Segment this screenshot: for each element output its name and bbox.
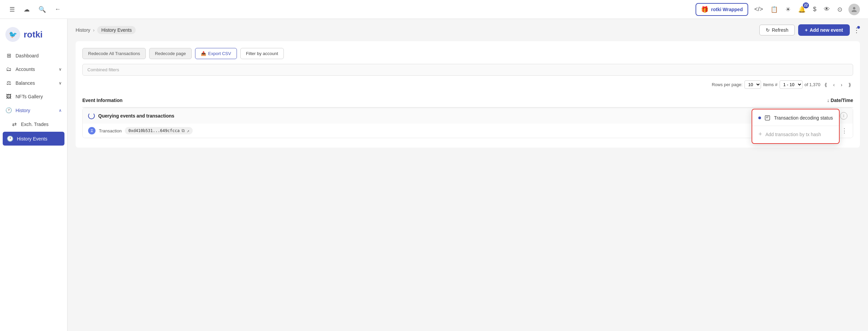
tx-hash-text: 0xd410b531...649cfcca	[128, 128, 180, 133]
breadcrumb: History › History Events	[76, 26, 136, 34]
dropdown-divider	[752, 126, 839, 126]
nfts-icon: 🖼	[5, 94, 12, 100]
event-row-header-left: Querying events and transactions	[88, 112, 174, 119]
sidebar-item-label: Dashboard	[16, 53, 39, 58]
sidebar-item-label: NFTs Gallery	[16, 94, 43, 99]
export-csv-icon: 📥	[201, 51, 206, 56]
breadcrumb-current: History Events	[97, 26, 136, 34]
breadcrumb-separator: ›	[93, 27, 95, 33]
export-csv-button[interactable]: 📥 Export CSV	[195, 48, 237, 59]
accounts-icon: 🗂	[5, 66, 12, 72]
code-icon[interactable]: </>	[753, 4, 764, 14]
rotki-wrapped-button[interactable]: 🎁 rotki Wrapped	[696, 3, 748, 16]
last-page-button[interactable]: ⟫	[846, 81, 853, 88]
redecode-all-button[interactable]: Redecode All Transactions	[82, 48, 146, 59]
refresh-label: Refresh	[772, 27, 788, 33]
sidebar-item-label: History Events	[17, 136, 47, 142]
search-icon[interactable]: 🔍	[37, 4, 47, 15]
dashboard-icon: ⊞	[5, 52, 12, 59]
items-hash-label: Items #	[763, 82, 778, 87]
eye-icon[interactable]: 👁	[822, 4, 831, 14]
export-csv-label: Export CSV	[208, 51, 231, 56]
breadcrumb-history-link[interactable]: History	[76, 27, 90, 33]
top-nav-right: 🎁 rotki Wrapped </> 📋 ☀ 🔔 22 $ 👁 ⊙	[696, 3, 860, 16]
event-row-header: Querying events and transactions i	[83, 108, 853, 124]
sidebar-item-accounts[interactable]: 🗂 Accounts ∨	[0, 62, 67, 76]
logo-area: 🐦 rotki	[0, 24, 67, 49]
notification-badge: 22	[803, 2, 809, 8]
copy-icon[interactable]: ⧉	[182, 128, 185, 133]
plus-add-icon: +	[758, 131, 762, 138]
avatar[interactable]	[848, 4, 860, 15]
external-link-icon[interactable]: ↗	[187, 128, 189, 133]
logo-image: 🐦	[5, 27, 20, 42]
sidebar: 🐦 rotki ⊞ Dashboard 🗂 Accounts ∨ ⚖ Balan…	[0, 19, 67, 331]
add-transaction-item[interactable]: + Add transaction by tx hash	[752, 127, 839, 142]
chevron-down-icon: ∨	[59, 67, 62, 72]
add-transaction-label: Add transaction by tx hash	[765, 132, 821, 137]
sidebar-item-label: Exch. Trades	[21, 122, 49, 127]
next-page-button[interactable]: ›	[839, 81, 844, 88]
items-range-selector: 1 - 10	[780, 80, 803, 89]
blue-dot-indicator	[857, 26, 860, 29]
items-range-select[interactable]: 1 - 10	[780, 80, 803, 89]
sidebar-item-nfts[interactable]: 🖼 NFTs Gallery	[0, 90, 67, 103]
col-datetime: ↓ Date/Time	[827, 98, 853, 103]
of-total-label: of 1,370	[805, 82, 820, 87]
add-event-label: Add new event	[810, 27, 843, 33]
top-nav: ☰ ☁ 🔍 ← 🎁 rotki Wrapped </> 📋 ☀ 🔔 22 $ 👁…	[0, 0, 868, 19]
loading-spinner	[88, 112, 95, 119]
theme-icon[interactable]: ☀	[784, 4, 792, 15]
tx-type-label: Transaction	[99, 128, 121, 133]
info-icon[interactable]: i	[840, 112, 847, 120]
rotki-wrapped-label: rotki Wrapped	[711, 7, 743, 12]
more-options-button[interactable]: ⋮	[853, 26, 860, 34]
dot-indicator	[758, 117, 761, 119]
event-row: Querying events and transactions i Ξ Tra…	[82, 108, 853, 138]
toolbar-row: Redecode All Transactions Redecode page …	[82, 48, 853, 59]
sidebar-item-history[interactable]: 🕐 History ∧	[0, 103, 67, 117]
tx-more-button[interactable]: ⋮	[841, 127, 847, 134]
notification-area: 🔔 22	[797, 4, 807, 15]
top-nav-left: ☰ ☁ 🔍 ←	[8, 4, 62, 15]
transaction-decoding-status-label: Transaction decoding status	[774, 115, 833, 121]
tx-row: Ξ Transaction 0xd410b531...649cfcca ⧉ ↗ …	[83, 124, 853, 138]
breadcrumb-actions: ↻ Refresh + Add new event ⋮	[759, 24, 860, 36]
transaction-decoding-status-item[interactable]: Transaction decoding status	[752, 111, 839, 125]
plus-icon: +	[805, 27, 808, 33]
main-content: History › History Events ↻ Refresh + Add…	[67, 19, 868, 331]
sidebar-item-history-events[interactable]: 🕐 History Events	[3, 132, 64, 146]
back-icon[interactable]: ←	[53, 4, 62, 14]
add-event-button[interactable]: + Add new event	[798, 24, 850, 36]
prev-page-button[interactable]: ‹	[831, 81, 837, 88]
eth-logo: Ξ	[88, 127, 96, 134]
filter-by-account-button[interactable]: Filter by account	[240, 48, 284, 59]
gift-icon: 🎁	[701, 6, 708, 13]
breadcrumb-bar: History › History Events ↻ Refresh + Add…	[67, 19, 868, 41]
refresh-icon: ↻	[766, 27, 770, 33]
decoding-icon	[764, 115, 770, 121]
exch-trades-icon: ⇄	[11, 121, 18, 127]
pagination-row: Rows per page: 10 25 50 Items # 1 - 10 o…	[82, 80, 853, 89]
cloud-icon[interactable]: ☁	[22, 4, 31, 15]
notes-icon[interactable]: 📋	[769, 4, 779, 15]
sidebar-item-label: Accounts	[16, 67, 35, 72]
menu-icon[interactable]: ☰	[8, 4, 16, 15]
help-icon[interactable]: ⊙	[836, 4, 844, 15]
sidebar-item-exch-trades[interactable]: ⇄ Exch. Trades	[0, 117, 67, 131]
redecode-page-button[interactable]: Redecode page	[149, 48, 192, 59]
layout: 🐦 rotki ⊞ Dashboard 🗂 Accounts ∨ ⚖ Balan…	[0, 19, 868, 331]
sidebar-item-balances[interactable]: ⚖ Balances ∨	[0, 76, 67, 90]
content-panel: Redecode All Transactions Redecode page …	[76, 41, 860, 148]
sidebar-item-dashboard[interactable]: ⊞ Dashboard	[0, 49, 67, 62]
dropdown-popup: Transaction decoding status + Add transa…	[752, 109, 840, 144]
table-header-row: Event Information ↓ Date/Time	[82, 94, 853, 108]
sidebar-item-label: History	[16, 108, 30, 113]
dollar-icon[interactable]: $	[812, 4, 818, 14]
sidebar-item-label: Balances	[16, 80, 35, 86]
col-event-info: Event Information	[82, 98, 123, 103]
rows-per-page-select[interactable]: 10 25 50	[744, 80, 761, 89]
combined-filters-input[interactable]: Combined filters	[82, 64, 853, 76]
refresh-button[interactable]: ↻ Refresh	[759, 25, 795, 35]
first-page-button[interactable]: ⟪	[822, 81, 829, 88]
